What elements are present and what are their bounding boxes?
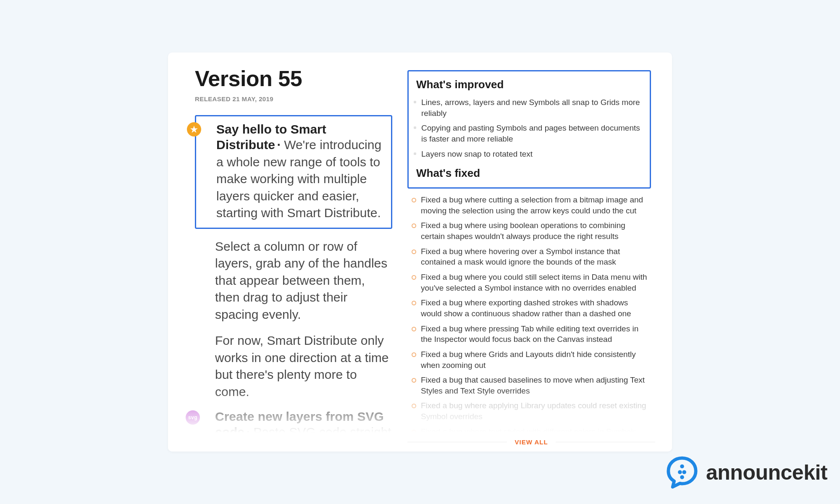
improved-list: Lines, arrows, layers and new Symbols al… — [416, 97, 642, 159]
release-date: RELEASED 21 MAY, 2019 — [195, 95, 392, 102]
improved-heading: What's improved — [416, 78, 642, 91]
list-item: Fixed a bug where applying Library updat… — [415, 400, 651, 422]
svg-point-1 — [678, 470, 682, 474]
feature-smart-distribute: ★ Say hello to Smart Distribute · We're … — [195, 115, 392, 229]
fixed-list: Fixed a bug where cutting a selection fr… — [407, 194, 651, 448]
svg-point-0 — [680, 465, 684, 468]
svg-point-2 — [682, 470, 686, 474]
list-item: Lines, arrows, layers and new Symbols al… — [416, 97, 642, 118]
divider — [407, 442, 507, 442]
list-item: Fixed a bug where you could still select… — [415, 272, 651, 293]
list-item: Fixed a bug where hovering over a Symbol… — [415, 246, 651, 268]
view-all-button[interactable]: VIEW ALL — [507, 438, 555, 446]
paragraph: For now, Smart Distribute only works in … — [195, 332, 392, 400]
brand-logo: announcekit — [664, 454, 827, 491]
announcekit-icon — [664, 454, 700, 491]
svg-point-3 — [680, 475, 684, 479]
list-item: Fixed a bug where cutting a selection fr… — [415, 194, 651, 216]
view-all-row: VIEW ALL — [407, 438, 655, 446]
list-item: Fixed a bug where Grids and Layouts didn… — [415, 349, 651, 370]
star-icon: ★ — [187, 122, 201, 136]
left-column: Version 55 RELEASED 21 MAY, 2019 ★ Say h… — [195, 66, 392, 452]
page-title: Version 55 — [195, 66, 392, 91]
svg-icon: svg — [186, 410, 200, 425]
list-item: Fixed a bug that caused baselines to mov… — [415, 375, 651, 396]
brand-name: announcekit — [706, 460, 827, 485]
release-notes-card: Version 55 RELEASED 21 MAY, 2019 ★ Say h… — [168, 52, 672, 452]
right-column: What's improved Lines, arrows, layers an… — [407, 70, 651, 452]
feature-svg-code: svg Create new layers from SVG code · Pa… — [195, 410, 392, 452]
list-item: Fixed a bug where exporting dashed strok… — [415, 297, 651, 319]
improved-and-fixed-highlight: What's improved Lines, arrows, layers an… — [407, 70, 651, 189]
fixed-heading: What's fixed — [416, 167, 642, 180]
paragraph: Select a column or row of layers, grab a… — [195, 238, 392, 323]
list-item: Layers now snap to rotated text — [416, 149, 642, 160]
list-item: Fixed a bug where pressing Tab while edi… — [415, 323, 651, 345]
divider — [556, 442, 655, 442]
list-item: Copying and pasting Symbols and pages be… — [416, 123, 642, 144]
list-item: Fixed a bug where using boolean operatio… — [415, 220, 651, 242]
